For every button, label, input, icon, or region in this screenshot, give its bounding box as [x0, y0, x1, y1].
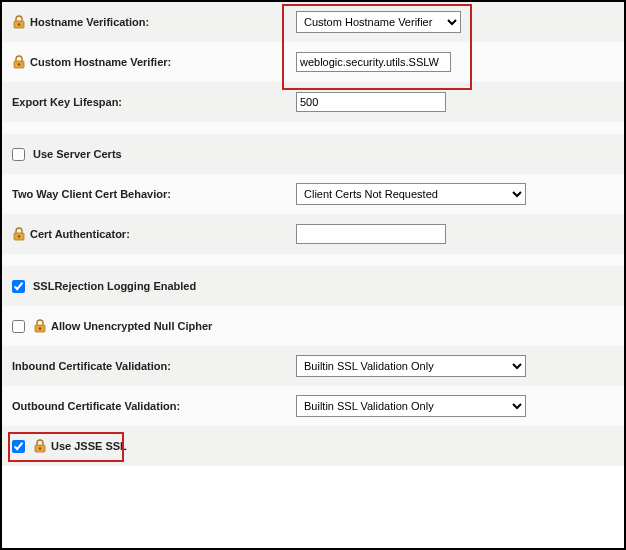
- row-hostname-verification: Hostname Verification: Custom Hostname V…: [2, 2, 624, 42]
- row-ssl-rejection-logging: SSLRejection Logging Enabled: [2, 266, 624, 306]
- row-export-key-lifespan: Export Key Lifespan:: [2, 82, 624, 122]
- checkbox-use-jsse-ssl[interactable]: [12, 440, 25, 453]
- label-use-jsse-ssl: Use JSSE SSL: [51, 440, 127, 452]
- row-cert-authenticator: Cert Authenticator:: [2, 214, 624, 254]
- input-cert-authenticator[interactable]: [296, 224, 446, 244]
- label-allow-unencrypted-null-cipher: Allow Unencrypted Null Cipher: [51, 320, 212, 332]
- checkbox-allow-unencrypted-null-cipher[interactable]: [12, 320, 25, 333]
- label-use-server-certs: Use Server Certs: [33, 148, 122, 160]
- lock-icon: [12, 227, 26, 241]
- label-outbound-cert-validation: Outbound Certificate Validation:: [12, 400, 180, 412]
- label-cert-authenticator: Cert Authenticator:: [30, 228, 130, 240]
- input-export-key-lifespan[interactable]: [296, 92, 446, 112]
- select-hostname-verification[interactable]: Custom Hostname Verifier: [296, 11, 461, 33]
- checkbox-use-server-certs[interactable]: [12, 148, 25, 161]
- checkbox-ssl-rejection-logging[interactable]: [12, 280, 25, 293]
- select-two-way-client-cert[interactable]: Client Certs Not Requested: [296, 183, 526, 205]
- label-hostname-verification: Hostname Verification:: [30, 16, 149, 28]
- label-export-key-lifespan: Export Key Lifespan:: [12, 96, 122, 108]
- label-inbound-cert-validation: Inbound Certificate Validation:: [12, 360, 171, 372]
- select-inbound-cert-validation[interactable]: Builtin SSL Validation Only: [296, 355, 526, 377]
- row-inbound-cert-validation: Inbound Certificate Validation: Builtin …: [2, 346, 624, 386]
- select-outbound-cert-validation[interactable]: Builtin SSL Validation Only: [296, 395, 526, 417]
- input-custom-hostname-verifier[interactable]: [296, 52, 451, 72]
- label-two-way-client-cert: Two Way Client Cert Behavior:: [12, 188, 171, 200]
- row-use-jsse-ssl: Use JSSE SSL: [2, 426, 624, 466]
- label-custom-hostname-verifier: Custom Hostname Verifier:: [30, 56, 171, 68]
- lock-icon: [33, 439, 47, 453]
- row-custom-hostname-verifier: Custom Hostname Verifier:: [2, 42, 624, 82]
- lock-icon: [12, 55, 26, 69]
- row-two-way-client-cert: Two Way Client Cert Behavior: Client Cer…: [2, 174, 624, 214]
- lock-icon: [12, 15, 26, 29]
- row-allow-unencrypted-null-cipher: Allow Unencrypted Null Cipher: [2, 306, 624, 346]
- lock-icon: [33, 319, 47, 333]
- row-use-server-certs: Use Server Certs: [2, 134, 624, 174]
- label-ssl-rejection-logging: SSLRejection Logging Enabled: [33, 280, 196, 292]
- row-outbound-cert-validation: Outbound Certificate Validation: Builtin…: [2, 386, 624, 426]
